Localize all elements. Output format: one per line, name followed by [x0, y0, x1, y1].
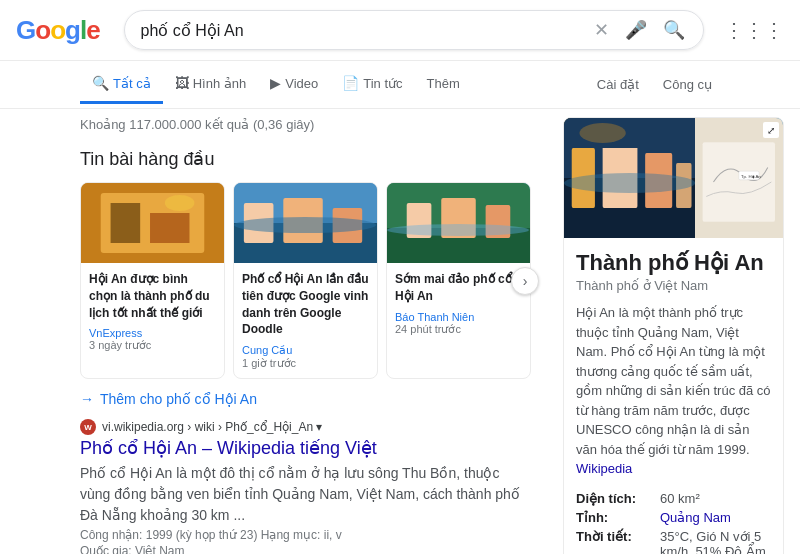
- story-title-2: Phố cổ Hội An lần đầu tiên được Google v…: [242, 271, 369, 338]
- clear-icon[interactable]: ✕: [592, 17, 611, 43]
- info-value-province: Quảng Nam: [660, 510, 731, 525]
- story-source-1: VnExpress: [89, 327, 216, 339]
- wikipedia-favicon: W: [80, 419, 96, 435]
- expand-map-icon[interactable]: ⤢: [763, 122, 779, 138]
- svg-point-23: [564, 173, 695, 193]
- wikipedia-link[interactable]: Wikipedia: [576, 461, 632, 476]
- apps-icon[interactable]: ⋮⋮⋮: [724, 18, 784, 42]
- tab-video[interactable]: ▶ Video: [258, 65, 330, 104]
- info-label-weather: Thời tiết:: [576, 529, 656, 555]
- stories-next-button[interactable]: ›: [511, 267, 539, 295]
- story-title-1: Hội An được bình chọn là thành phố du lị…: [89, 271, 216, 321]
- story-image-2: [234, 183, 377, 263]
- result-snippet: Phố cổ Hội An là một đô thị cổ nằm ở hạ …: [80, 463, 531, 526]
- nav-settings: Cài đặt Công cụ: [589, 69, 720, 100]
- wikipedia-result: W vi.wikipedia.org › wiki › Phố_cổ_Hội_A…: [80, 419, 531, 554]
- result-meta-2: Quốc gia: Việt Nam: [80, 544, 531, 554]
- sidebar-header-image: Tp. Hội An ⤢: [564, 118, 783, 238]
- story-time-3: 24 phút trước: [395, 323, 522, 336]
- arrow-right-icon: →: [80, 391, 94, 407]
- story-card-3[interactable]: Sớm mai đảo phố cổ Hội An Báo Thanh Niên…: [386, 182, 531, 379]
- info-row-area: Diện tích: 60 km²: [576, 491, 771, 506]
- svg-rect-2: [111, 203, 141, 243]
- top-stories-title: Tin bài hàng đầu: [80, 148, 531, 170]
- info-label-area: Diện tích:: [576, 491, 656, 506]
- top-stories-section: Tin bài hàng đầu Hội An được: [80, 148, 531, 379]
- video-tab-icon: ▶: [270, 75, 281, 91]
- svg-point-25: [579, 123, 625, 143]
- story-time-2: 1 giờ trước: [242, 357, 369, 370]
- info-value-area: 60 km²: [660, 491, 700, 506]
- sidebar-card: Tp. Hội An ⤢ Thành phố Hội An Thành phố …: [563, 117, 784, 554]
- svg-rect-3: [150, 213, 189, 243]
- story-image-1: [81, 183, 224, 263]
- info-value-weather: 35°C, Gió N với 5 km/h, 51% Độ Ẩm: [660, 529, 771, 555]
- search-input[interactable]: [141, 21, 584, 39]
- info-label-province: Tỉnh:: [576, 510, 656, 525]
- info-row-weather: Thời tiết: 35°C, Gió N với 5 km/h, 51% Đ…: [576, 529, 771, 555]
- tab-all[interactable]: 🔍 Tất cả: [80, 65, 163, 104]
- main-results: Khoảng 117.000.000 kết quả (0,36 giây) T…: [80, 117, 547, 554]
- sidebar-city-photo: [564, 118, 695, 238]
- sidebar-place-title: Thành phố Hội An: [576, 250, 771, 276]
- story-source-3: Báo Thanh Niên: [395, 311, 522, 323]
- result-count: Khoảng 117.000.000 kết quả (0,36 giây): [80, 117, 531, 132]
- search-tab-icon: 🔍: [92, 75, 109, 91]
- nav-tabs: 🔍 Tất cả 🖼 Hình ảnh ▶ Video 📄 Tin tức Th…: [0, 61, 800, 109]
- result-url-line: W vi.wikipedia.org › wiki › Phố_cổ_Hội_A…: [80, 419, 531, 435]
- more-stories-link[interactable]: → Thêm cho phố cổ Hội An: [80, 391, 531, 407]
- svg-text:Tp. Hội An: Tp. Hội An: [741, 174, 761, 179]
- google-logo: Google: [16, 15, 100, 46]
- tools-link[interactable]: Công cụ: [655, 69, 720, 100]
- story-title-3: Sớm mai đảo phố cổ Hội An: [395, 271, 522, 305]
- info-row-province: Tỉnh: Quảng Nam: [576, 510, 771, 525]
- search-bar[interactable]: ✕ 🎤 🔍: [124, 10, 704, 50]
- sidebar-info: Thành phố Hội An Thành phố ở Việt Nam Hộ…: [564, 238, 783, 554]
- wikipedia-result-title[interactable]: Phố cổ Hội An – Wikipedia tiếng Việt: [80, 437, 531, 459]
- result-breadcrumb: vi.wikipedia.org › wiki › Phố_cổ_Hội_An …: [102, 420, 322, 434]
- story-time-1: 3 ngày trước: [89, 339, 216, 352]
- sidebar-place-subtitle: Thành phố ở Việt Nam: [576, 278, 771, 293]
- images-tab-icon: 🖼: [175, 75, 189, 91]
- province-link[interactable]: Quảng Nam: [660, 510, 731, 525]
- tab-images[interactable]: 🖼 Hình ảnh: [163, 65, 259, 104]
- tab-news[interactable]: 📄 Tin tức: [330, 65, 414, 104]
- news-tab-icon: 📄: [342, 75, 359, 91]
- story-image-3: [387, 183, 530, 263]
- search-button[interactable]: 🔍: [661, 17, 687, 43]
- svg-rect-20: [603, 138, 638, 208]
- header: Google ✕ 🎤 🔍 ⋮⋮⋮: [0, 0, 800, 61]
- svg-point-4: [165, 195, 195, 211]
- content-area: Khoảng 117.000.000 kết quả (0,36 giây) T…: [0, 109, 800, 554]
- stories-row: Hội An được bình chọn là thành phố du lị…: [80, 182, 531, 379]
- story-source-2: Cung Cầu: [242, 344, 369, 357]
- story-card-1[interactable]: Hội An được bình chọn là thành phố du lị…: [80, 182, 225, 379]
- sidebar-minimap[interactable]: Tp. Hội An ⤢: [695, 118, 783, 238]
- sidebar: Tp. Hội An ⤢ Thành phố Hội An Thành phố …: [547, 117, 800, 554]
- story-card-2[interactable]: Phố cổ Hội An lần đầu tiên được Google v…: [233, 182, 378, 379]
- settings-link[interactable]: Cài đặt: [589, 69, 647, 100]
- svg-point-10: [234, 217, 376, 233]
- svg-point-16: [387, 224, 529, 236]
- sidebar-description: Hội An là một thành phố trực thuộc tỉnh …: [576, 303, 771, 479]
- result-meta-1: Công nhận: 1999 (kỳ họp thứ 23) Hạng mục…: [80, 528, 531, 542]
- voice-search-icon[interactable]: 🎤: [623, 17, 649, 43]
- tab-more[interactable]: Thêm: [415, 66, 472, 104]
